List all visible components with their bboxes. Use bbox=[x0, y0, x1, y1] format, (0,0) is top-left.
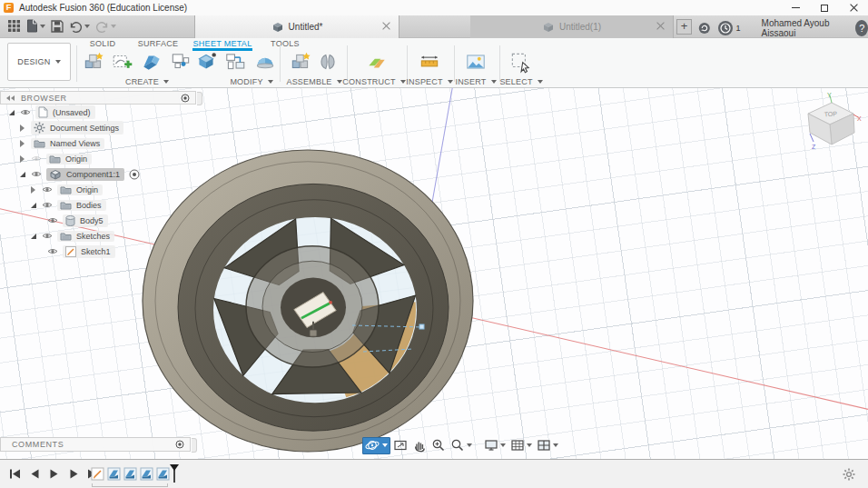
new-tab-button[interactable]: + bbox=[676, 19, 692, 35]
group-insert-label: INSERT bbox=[455, 77, 486, 86]
tree-row-unsaved[interactable]: (Unsaved) bbox=[0, 105, 202, 120]
visibility-eye-icon[interactable] bbox=[42, 232, 53, 240]
tree-row-sketches[interactable]: Sketches bbox=[0, 228, 202, 244]
timeline-flange-feature[interactable] bbox=[156, 467, 170, 481]
visibility-eye-icon[interactable] bbox=[31, 154, 42, 163]
group-inspect[interactable]: INSPECT bbox=[405, 76, 454, 86]
undo-button[interactable] bbox=[67, 19, 92, 34]
joint-icon[interactable] bbox=[316, 50, 340, 74]
model-viewport[interactable]: TOP Y X Z BROWSER (Unsaved) Document Set… bbox=[0, 88, 868, 459]
timeline-settings-gear-icon[interactable] bbox=[843, 468, 855, 481]
panel-resize-handle[interactable] bbox=[197, 92, 202, 105]
viewcube-top-label: TOP bbox=[824, 110, 837, 117]
group-select[interactable]: SELECT bbox=[498, 76, 545, 86]
new-sheet-metal-rule-icon[interactable] bbox=[82, 50, 105, 74]
construct-plane-icon[interactable] bbox=[365, 50, 389, 74]
user-name[interactable]: Mohamed Ayoub Aissaoui bbox=[762, 18, 841, 38]
timeline-flange-feature[interactable] bbox=[140, 467, 153, 481]
expander-collapsed-icon[interactable] bbox=[20, 124, 25, 132]
tree-row-body5[interactable]: Body5 bbox=[0, 213, 202, 228]
grid-settings-button[interactable] bbox=[508, 437, 534, 454]
browser-header[interactable]: BROWSER bbox=[0, 91, 196, 105]
visibility-eye-icon[interactable] bbox=[42, 185, 53, 194]
viewports-button[interactable] bbox=[535, 437, 560, 454]
panel-display-toggle-icon[interactable] bbox=[175, 440, 184, 449]
workspace-caret-icon bbox=[55, 60, 61, 64]
panel-resize-handle[interactable] bbox=[192, 438, 197, 453]
activate-component-radio[interactable] bbox=[129, 169, 140, 180]
guide-handle[interactable] bbox=[419, 324, 424, 329]
app-grid-button[interactable] bbox=[5, 18, 23, 34]
component-icon bbox=[49, 169, 62, 180]
step-back-button[interactable] bbox=[29, 468, 40, 480]
group-assemble[interactable]: ASSEMBLE bbox=[281, 76, 347, 86]
new-component-icon[interactable] bbox=[289, 50, 312, 74]
tree-row-origin[interactable]: Origin bbox=[0, 151, 202, 166]
timeline-sketch-feature[interactable] bbox=[91, 467, 104, 481]
select-icon[interactable] bbox=[508, 50, 532, 74]
tree-row-bodies[interactable]: Bodies bbox=[0, 197, 202, 213]
expander-expanded-icon[interactable] bbox=[31, 234, 36, 239]
display-settings-button[interactable] bbox=[482, 437, 508, 454]
step-forward-button[interactable] bbox=[69, 468, 80, 480]
group-create[interactable]: CREATE bbox=[84, 76, 211, 86]
flange-icon[interactable] bbox=[140, 50, 163, 74]
visibility-eye-icon[interactable] bbox=[42, 201, 53, 209]
tree-row-component1[interactable]: Component1:1 bbox=[0, 166, 202, 182]
panel-display-toggle-icon[interactable] bbox=[181, 94, 190, 103]
help-button[interactable]: ? bbox=[855, 20, 868, 36]
visibility-eye-icon[interactable] bbox=[20, 108, 31, 116]
create-sketch-icon[interactable] bbox=[111, 50, 134, 74]
visibility-eye-icon[interactable] bbox=[47, 216, 58, 224]
doc-tab-untitled-1[interactable]: Untitled(1) bbox=[470, 15, 674, 38]
notifications-icon[interactable] bbox=[717, 20, 734, 36]
fillet-dome-icon[interactable] bbox=[252, 50, 276, 74]
expander-expanded-icon[interactable] bbox=[20, 172, 25, 177]
doc-tab-untitled[interactable]: Untitled* bbox=[194, 15, 399, 38]
pan-button[interactable] bbox=[410, 437, 429, 454]
file-menu-button[interactable] bbox=[25, 18, 47, 34]
redo-button[interactable] bbox=[94, 19, 118, 34]
skip-to-start-button[interactable] bbox=[9, 468, 21, 480]
workspace-selector[interactable]: DESIGN bbox=[7, 43, 71, 81]
viewports-icon bbox=[537, 438, 551, 453]
group-construct[interactable]: CONSTRUCT bbox=[345, 76, 403, 86]
expander-collapsed-icon[interactable] bbox=[20, 155, 25, 163]
play-button[interactable] bbox=[49, 468, 60, 480]
tree-row-document-settings[interactable]: Document Settings bbox=[0, 120, 202, 135]
expander-expanded-icon[interactable] bbox=[31, 203, 36, 208]
visibility-eye-icon[interactable] bbox=[31, 170, 42, 178]
close-button[interactable] bbox=[839, 0, 868, 15]
unfold-icon[interactable] bbox=[223, 50, 247, 74]
expander-collapsed-icon[interactable] bbox=[31, 186, 35, 194]
orbit-button[interactable] bbox=[362, 437, 390, 454]
look-at-button[interactable] bbox=[391, 437, 409, 454]
tree-row-component-origin[interactable]: Origin bbox=[0, 182, 202, 197]
doc-tab-close-button[interactable] bbox=[382, 22, 391, 31]
zoom-button[interactable] bbox=[429, 437, 448, 454]
timeline-marker[interactable] bbox=[169, 464, 180, 483]
expander-collapsed-icon[interactable] bbox=[20, 140, 25, 147]
maximize-button[interactable] bbox=[810, 0, 839, 15]
tree-row-named-views[interactable]: Named Views bbox=[0, 135, 202, 151]
group-modify[interactable]: MODIFY bbox=[220, 76, 283, 86]
timeline-flange-feature[interactable] bbox=[123, 467, 137, 481]
insert-image-icon[interactable] bbox=[464, 50, 488, 74]
measure-icon[interactable] bbox=[418, 50, 441, 74]
visibility-eye-icon[interactable] bbox=[47, 247, 58, 255]
expander-expanded-icon[interactable] bbox=[9, 110, 15, 115]
fit-button[interactable] bbox=[449, 437, 474, 454]
collapse-panel-icon[interactable] bbox=[6, 95, 15, 101]
thicken-icon[interactable] bbox=[194, 50, 218, 74]
tree-row-sketch1[interactable]: Sketch1 bbox=[0, 244, 202, 259]
sync-status-icon[interactable] bbox=[698, 20, 711, 36]
convert-to-sheet-metal-icon[interactable] bbox=[169, 50, 192, 74]
save-button[interactable] bbox=[49, 19, 65, 34]
timeline-flange-feature[interactable] bbox=[107, 467, 121, 481]
comments-panel[interactable]: COMMENTS bbox=[0, 437, 191, 452]
ribbon-toolbar: DESIGN SOLID SURFACE SHEET METAL TOOLS C… bbox=[0, 38, 868, 88]
minimize-button[interactable] bbox=[781, 0, 810, 15]
view-cube[interactable]: TOP Y X Z bbox=[794, 90, 863, 157]
group-insert[interactable]: INSERT bbox=[452, 76, 499, 86]
doc-tab-close-button[interactable] bbox=[656, 22, 666, 31]
